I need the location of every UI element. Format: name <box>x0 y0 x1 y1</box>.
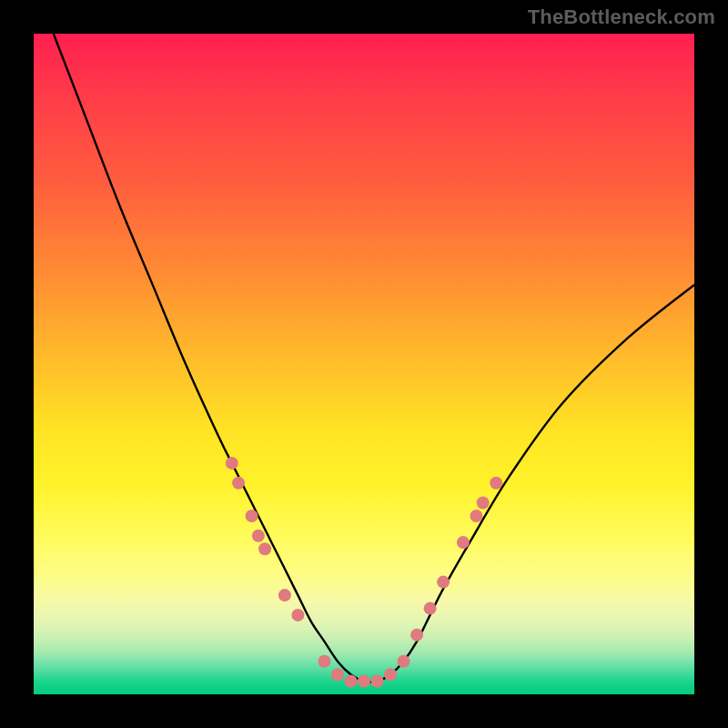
watermark-text: TheBottleneck.com <box>528 5 715 29</box>
chart-frame: TheBottleneck.com <box>0 0 728 728</box>
plot-background <box>34 34 694 694</box>
